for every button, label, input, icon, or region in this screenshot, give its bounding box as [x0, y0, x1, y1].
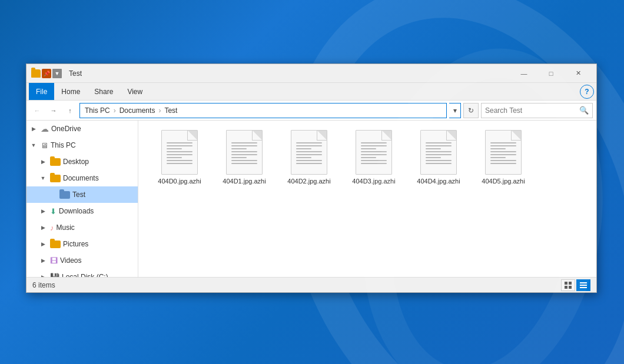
svg-rect-6 [580, 287, 587, 288]
breadcrumb-documents[interactable]: Documents [120, 106, 155, 115]
sidebar: ▶ ☁ OneDrive ▼ 🖥 This PC ▶ Desktop ▼ Doc… [26, 121, 138, 277]
sidebar-label: Downloads [59, 207, 94, 215]
sidebar-item-local-disk[interactable]: ▶ 💾 Local Disk (C:) [26, 269, 138, 277]
file-doc-lines [167, 142, 192, 164]
search-icon[interactable]: 🔍 [579, 106, 589, 115]
file-icon [420, 130, 457, 175]
cloud-icon: ☁ [41, 124, 49, 133]
items-count: 6 items [32, 281, 55, 289]
svg-rect-0 [565, 282, 567, 285]
maximize-button[interactable]: □ [537, 64, 565, 83]
file-item[interactable]: 404D1.jpg.azhi [215, 126, 274, 189]
svg-rect-3 [569, 286, 572, 289]
menu-file[interactable]: File [29, 83, 54, 100]
sidebar-label: Test [72, 191, 85, 199]
window-controls: — □ ✕ [510, 64, 592, 83]
file-item[interactable]: 404D3.jpg.azhi [344, 126, 403, 189]
file-item[interactable]: 404D4.jpg.azhi [409, 126, 468, 189]
back-button[interactable]: ← [30, 103, 44, 118]
search-input[interactable] [485, 106, 579, 115]
music-icon: ♪ [50, 223, 54, 232]
sidebar-label: This PC [51, 141, 76, 149]
file-doc-lines [296, 142, 322, 164]
refresh-button[interactable]: ↻ [463, 103, 479, 118]
sidebar-item-documents[interactable]: ▼ Documents [26, 170, 138, 186]
file-icon [161, 130, 198, 175]
sidebar-item-onedrive[interactable]: ▶ ☁ OneDrive [26, 121, 138, 137]
file-doc-lines [426, 142, 452, 164]
sidebar-label: Videos [60, 256, 81, 265]
view-list-button[interactable] [561, 279, 575, 291]
file-item[interactable]: 404D2.jpg.azhi [280, 126, 338, 189]
forward-button[interactable]: → [47, 103, 61, 118]
expand-icon[interactable]: ▶ [29, 124, 38, 133]
sidebar-item-desktop[interactable]: ▶ Desktop [26, 153, 138, 170]
expand-icon[interactable]: ▶ [38, 256, 48, 265]
expand-icon[interactable]: ▶ [38, 272, 48, 277]
sidebar-label: Documents [63, 174, 99, 182]
expand-icon[interactable]: ▼ [38, 173, 48, 183]
file-item[interactable]: 404D0.jpg.azhi [150, 126, 209, 189]
address-bar: ← → ↑ This PC › Documents › Test ▾ ↻ 🔍 [26, 101, 596, 121]
folder-icon [31, 69, 41, 78]
file-name: 404D2.jpg.azhi [287, 177, 330, 185]
file-icon [485, 130, 522, 175]
menu-help[interactable]: ? [580, 85, 594, 99]
expand-icon[interactable]: ▶ [38, 223, 48, 232]
sidebar-item-pictures[interactable]: ▶ Pictures [26, 236, 138, 252]
breadcrumb-sep-2: › [158, 106, 161, 115]
search-box[interactable]: 🔍 [481, 103, 593, 118]
svg-rect-4 [580, 282, 587, 283]
file-name: 404D4.jpg.azhi [417, 177, 460, 185]
file-doc-lines [231, 142, 257, 164]
sidebar-label: Desktop [63, 158, 89, 166]
sidebar-label: OneDrive [51, 125, 81, 133]
sidebar-item-this-pc[interactable]: ▼ 🖥 This PC [26, 137, 138, 153]
file-icon [356, 130, 392, 175]
file-explorer-window: 📌 ▼ Test — □ ✕ File Home Share View ? ← … [26, 64, 597, 293]
svg-rect-1 [569, 282, 572, 285]
title-bar-icons: 📌 ▼ [31, 69, 62, 78]
address-input[interactable]: This PC › Documents › Test [79, 103, 447, 118]
svg-rect-2 [565, 286, 567, 289]
video-icon: 🎞 [50, 256, 58, 265]
sidebar-item-music[interactable]: ▶ ♪ Music [26, 219, 138, 236]
expand-icon[interactable]: ▶ [38, 157, 48, 166]
expand-icon[interactable]: ▶ [38, 239, 48, 249]
file-doc-lines [361, 142, 387, 164]
svg-rect-5 [580, 285, 587, 286]
up-button[interactable]: ↑ [63, 103, 77, 118]
menu-home[interactable]: Home [54, 83, 87, 100]
sidebar-item-test[interactable]: Test [26, 186, 138, 203]
expand-icon[interactable]: ▼ [29, 141, 38, 150]
file-area: 404D0.jpg.azhi404D1.jpg.azhi404D2.jpg.az… [138, 121, 596, 277]
minimize-button[interactable]: — [510, 64, 537, 83]
menu-view[interactable]: View [120, 83, 150, 100]
breadcrumb-test[interactable]: Test [164, 106, 177, 115]
file-item[interactable]: 404D5.jpg.azhi [474, 126, 533, 189]
breadcrumb-this-pc[interactable]: This PC [85, 106, 110, 115]
address-dropdown[interactable]: ▾ [449, 103, 461, 118]
expand-icon[interactable]: ▶ [38, 206, 48, 216]
arrow-icon: ▼ [52, 69, 62, 78]
close-button[interactable]: ✕ [565, 64, 592, 83]
folder-icon [50, 175, 61, 182]
file-name: 404D0.jpg.azhi [158, 177, 201, 185]
folder-icon [50, 241, 61, 248]
file-icon [226, 130, 263, 175]
sidebar-label: Pictures [63, 240, 88, 248]
window-title: Test [67, 69, 510, 78]
file-name: 404D1.jpg.azhi [223, 177, 265, 185]
title-bar: 📌 ▼ Test — □ ✕ [26, 64, 596, 83]
download-icon: ⬇ [50, 207, 57, 216]
pin-icon: 📌 [42, 69, 51, 78]
disk-icon: 💾 [50, 273, 59, 278]
view-detail-button[interactable] [576, 279, 590, 291]
sidebar-item-downloads[interactable]: ▶ ⬇ Downloads [26, 203, 138, 219]
sidebar-item-videos[interactable]: ▶ 🎞 Videos [26, 252, 138, 269]
main-area: ▶ ☁ OneDrive ▼ 🖥 This PC ▶ Desktop ▼ Doc… [26, 121, 596, 277]
sidebar-label: Local Disk (C:) [62, 273, 108, 277]
menu-bar: File Home Share View ? [26, 83, 596, 101]
menu-share[interactable]: Share [87, 83, 120, 100]
files-grid: 404D0.jpg.azhi404D1.jpg.azhi404D2.jpg.az… [150, 126, 585, 189]
